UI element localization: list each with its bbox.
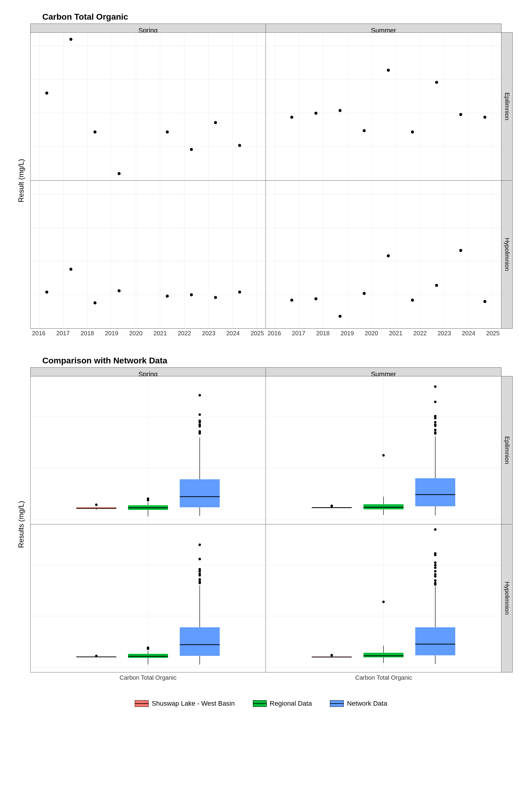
svg-rect-111 — [180, 480, 220, 508]
svg-point-85 — [290, 299, 293, 302]
svg-point-142 — [434, 431, 437, 433]
panel2-summer-hypo — [265, 524, 501, 672]
svg-point-89 — [387, 255, 390, 257]
chart1-ylabel: Result (mg/L) — [17, 159, 25, 202]
legend-label-shuswap: Shuswap Lake - West Basin — [152, 699, 235, 708]
svg-point-15 — [45, 92, 48, 95]
svg-point-203 — [434, 570, 437, 572]
svg-point-193 — [382, 601, 385, 603]
svg-point-209 — [434, 528, 437, 531]
svg-rect-162 — [128, 654, 168, 658]
panel-summer-hypo — [265, 180, 501, 329]
legend-item-network: Network Data — [330, 699, 387, 708]
svg-point-119 — [199, 420, 201, 422]
svg-point-199 — [434, 582, 437, 584]
svg-point-66 — [166, 295, 169, 298]
svg-point-90 — [411, 299, 414, 302]
svg-point-159 — [95, 655, 98, 657]
svg-point-117 — [199, 424, 201, 426]
svg-point-143 — [434, 429, 437, 431]
svg-point-88 — [363, 292, 366, 295]
svg-point-21 — [214, 121, 217, 124]
svg-point-149 — [434, 401, 437, 403]
facet2-row-hypo: Hypolimnion — [501, 524, 513, 672]
svg-point-68 — [214, 296, 217, 299]
svg-point-69 — [238, 290, 241, 293]
svg-point-102 — [95, 504, 98, 506]
legend-label-regional: Regional Data — [270, 699, 312, 708]
svg-point-93 — [483, 300, 486, 303]
facet2-row-epi: Epilimnion — [501, 376, 513, 524]
svg-point-150 — [434, 385, 437, 388]
svg-point-64 — [93, 301, 96, 304]
svg-rect-168 — [180, 627, 220, 656]
chart1-xaxis-right: 2016201720182019202020212022202320242025 — [266, 329, 501, 337]
svg-point-19 — [166, 130, 169, 134]
svg-point-44 — [435, 81, 438, 84]
svg-point-172 — [199, 578, 201, 581]
svg-point-174 — [199, 572, 201, 575]
svg-point-165 — [147, 647, 149, 649]
panel2-summer-epi — [265, 376, 501, 524]
panel2-spring-epi: 01020 — [30, 376, 266, 524]
facet-row-epi: Epilimnion — [501, 32, 513, 181]
legend: Shuswap Lake - West Basin Regional Data … — [12, 699, 510, 708]
svg-rect-139 — [415, 478, 455, 506]
svg-point-202 — [434, 573, 437, 575]
chart2-title: Comparison with Network Data — [42, 356, 510, 366]
svg-point-41 — [363, 129, 366, 132]
svg-point-67 — [190, 293, 193, 296]
svg-point-148 — [434, 415, 437, 417]
facet-row-hypo: Hypolimnion — [501, 180, 513, 329]
svg-point-40 — [339, 109, 342, 112]
svg-point-108 — [147, 498, 149, 500]
svg-rect-191 — [363, 653, 403, 657]
svg-point-204 — [434, 566, 437, 569]
svg-point-20 — [190, 148, 193, 151]
legend-swatch-red — [135, 700, 148, 707]
svg-point-208 — [434, 552, 437, 555]
legend-swatch-green — [253, 700, 267, 707]
svg-point-92 — [459, 249, 462, 252]
chart1-title: Carbon Total Organic — [42, 12, 510, 22]
svg-point-136 — [382, 454, 385, 456]
svg-point-65 — [118, 289, 121, 292]
svg-rect-134 — [363, 504, 403, 509]
svg-point-131 — [330, 505, 333, 507]
panel2-spring-hypo: 01020 — [30, 524, 266, 672]
chart2-ylabel: Results (mg/L) — [17, 501, 25, 548]
svg-rect-196 — [415, 627, 455, 655]
svg-point-145 — [434, 424, 437, 426]
svg-point-43 — [411, 130, 414, 134]
svg-point-91 — [435, 284, 438, 287]
svg-point-45 — [459, 113, 462, 116]
svg-point-38 — [290, 116, 293, 119]
legend-item-regional: Regional Data — [253, 699, 312, 708]
svg-point-86 — [315, 297, 318, 300]
legend-label-network: Network Data — [347, 699, 387, 708]
svg-point-146 — [434, 421, 437, 424]
svg-point-188 — [330, 654, 333, 656]
legend-swatch-blue — [330, 700, 344, 707]
svg-point-42 — [387, 68, 390, 72]
chart2-xaxis-left: Carbon Total Organic — [30, 672, 266, 681]
chart2-xaxis-right: Carbon Total Organic — [266, 672, 501, 681]
svg-point-87 — [339, 315, 342, 318]
svg-point-115 — [199, 430, 201, 432]
svg-point-22 — [238, 144, 241, 147]
svg-point-200 — [434, 579, 437, 582]
svg-point-205 — [434, 564, 437, 566]
svg-point-63 — [69, 268, 73, 271]
panel-spring-hypo: 1.752.002.252.502.75 — [30, 180, 266, 329]
svg-point-62 — [45, 290, 48, 293]
svg-point-120 — [199, 413, 201, 416]
panel-spring-epi: 1.752.002.252.502.75 — [30, 32, 266, 181]
legend-item-shuswap: Shuswap Lake - West Basin — [135, 699, 235, 708]
svg-point-121 — [199, 394, 201, 396]
svg-point-17 — [93, 130, 96, 134]
svg-point-18 — [118, 172, 121, 175]
svg-point-16 — [69, 38, 73, 41]
chart1-xaxis-left: 2016201720182019202020212022202320242025 — [30, 329, 266, 337]
svg-point-177 — [199, 558, 201, 560]
svg-point-176 — [199, 568, 201, 570]
